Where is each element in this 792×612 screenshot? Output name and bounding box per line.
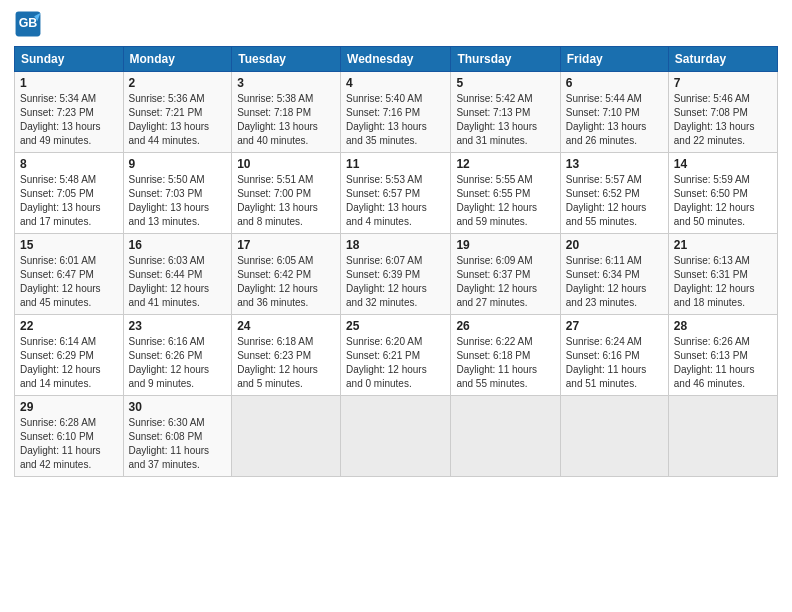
day-number: 20: [566, 238, 663, 252]
calendar-cell: [668, 396, 777, 477]
day-number: 12: [456, 157, 554, 171]
day-number: 10: [237, 157, 335, 171]
day-info: Sunrise: 6:01 AMSunset: 6:47 PMDaylight:…: [20, 254, 118, 310]
calendar-cell: 20Sunrise: 6:11 AMSunset: 6:34 PMDayligh…: [560, 234, 668, 315]
day-info: Sunrise: 5:36 AMSunset: 7:21 PMDaylight:…: [129, 92, 227, 148]
calendar-cell: 12Sunrise: 5:55 AMSunset: 6:55 PMDayligh…: [451, 153, 560, 234]
weekday-header-saturday: Saturday: [668, 47, 777, 72]
day-number: 17: [237, 238, 335, 252]
day-info: Sunrise: 5:38 AMSunset: 7:18 PMDaylight:…: [237, 92, 335, 148]
day-info: Sunrise: 5:34 AMSunset: 7:23 PMDaylight:…: [20, 92, 118, 148]
day-info: Sunrise: 5:50 AMSunset: 7:03 PMDaylight:…: [129, 173, 227, 229]
week-row-3: 15Sunrise: 6:01 AMSunset: 6:47 PMDayligh…: [15, 234, 778, 315]
day-info: Sunrise: 5:40 AMSunset: 7:16 PMDaylight:…: [346, 92, 445, 148]
day-number: 6: [566, 76, 663, 90]
day-info: Sunrise: 6:05 AMSunset: 6:42 PMDaylight:…: [237, 254, 335, 310]
calendar-cell: 7Sunrise: 5:46 AMSunset: 7:08 PMDaylight…: [668, 72, 777, 153]
day-info: Sunrise: 6:14 AMSunset: 6:29 PMDaylight:…: [20, 335, 118, 391]
logo: GB: [14, 10, 44, 38]
calendar-cell: 25Sunrise: 6:20 AMSunset: 6:21 PMDayligh…: [341, 315, 451, 396]
day-info: Sunrise: 6:07 AMSunset: 6:39 PMDaylight:…: [346, 254, 445, 310]
day-info: Sunrise: 5:51 AMSunset: 7:00 PMDaylight:…: [237, 173, 335, 229]
calendar-cell: 18Sunrise: 6:07 AMSunset: 6:39 PMDayligh…: [341, 234, 451, 315]
day-info: Sunrise: 5:48 AMSunset: 7:05 PMDaylight:…: [20, 173, 118, 229]
day-number: 7: [674, 76, 772, 90]
day-number: 5: [456, 76, 554, 90]
day-info: Sunrise: 6:18 AMSunset: 6:23 PMDaylight:…: [237, 335, 335, 391]
week-row-1: 1Sunrise: 5:34 AMSunset: 7:23 PMDaylight…: [15, 72, 778, 153]
svg-text:GB: GB: [19, 16, 38, 30]
calendar-cell: 17Sunrise: 6:05 AMSunset: 6:42 PMDayligh…: [232, 234, 341, 315]
header: GB: [14, 10, 778, 38]
day-number: 4: [346, 76, 445, 90]
calendar-cell: 8Sunrise: 5:48 AMSunset: 7:05 PMDaylight…: [15, 153, 124, 234]
calendar-cell: 24Sunrise: 6:18 AMSunset: 6:23 PMDayligh…: [232, 315, 341, 396]
calendar-cell: 23Sunrise: 6:16 AMSunset: 6:26 PMDayligh…: [123, 315, 232, 396]
day-number: 19: [456, 238, 554, 252]
day-info: Sunrise: 5:57 AMSunset: 6:52 PMDaylight:…: [566, 173, 663, 229]
calendar-cell: 6Sunrise: 5:44 AMSunset: 7:10 PMDaylight…: [560, 72, 668, 153]
day-info: Sunrise: 6:30 AMSunset: 6:08 PMDaylight:…: [129, 416, 227, 472]
week-row-2: 8Sunrise: 5:48 AMSunset: 7:05 PMDaylight…: [15, 153, 778, 234]
calendar-cell: 14Sunrise: 5:59 AMSunset: 6:50 PMDayligh…: [668, 153, 777, 234]
day-info: Sunrise: 6:09 AMSunset: 6:37 PMDaylight:…: [456, 254, 554, 310]
week-row-4: 22Sunrise: 6:14 AMSunset: 6:29 PMDayligh…: [15, 315, 778, 396]
day-info: Sunrise: 6:03 AMSunset: 6:44 PMDaylight:…: [129, 254, 227, 310]
calendar-table: SundayMondayTuesdayWednesdayThursdayFrid…: [14, 46, 778, 477]
calendar-cell: 27Sunrise: 6:24 AMSunset: 6:16 PMDayligh…: [560, 315, 668, 396]
calendar-cell: 11Sunrise: 5:53 AMSunset: 6:57 PMDayligh…: [341, 153, 451, 234]
day-number: 15: [20, 238, 118, 252]
day-number: 1: [20, 76, 118, 90]
calendar-cell: 9Sunrise: 5:50 AMSunset: 7:03 PMDaylight…: [123, 153, 232, 234]
day-number: 27: [566, 319, 663, 333]
day-number: 16: [129, 238, 227, 252]
calendar-cell: 15Sunrise: 6:01 AMSunset: 6:47 PMDayligh…: [15, 234, 124, 315]
day-info: Sunrise: 6:26 AMSunset: 6:13 PMDaylight:…: [674, 335, 772, 391]
day-info: Sunrise: 5:42 AMSunset: 7:13 PMDaylight:…: [456, 92, 554, 148]
day-info: Sunrise: 6:20 AMSunset: 6:21 PMDaylight:…: [346, 335, 445, 391]
day-info: Sunrise: 5:44 AMSunset: 7:10 PMDaylight:…: [566, 92, 663, 148]
day-number: 13: [566, 157, 663, 171]
weekday-header-tuesday: Tuesday: [232, 47, 341, 72]
page: GB SundayMondayTuesdayWednesdayThursdayF…: [0, 0, 792, 612]
day-number: 9: [129, 157, 227, 171]
day-info: Sunrise: 6:13 AMSunset: 6:31 PMDaylight:…: [674, 254, 772, 310]
weekday-header-thursday: Thursday: [451, 47, 560, 72]
calendar-cell: 19Sunrise: 6:09 AMSunset: 6:37 PMDayligh…: [451, 234, 560, 315]
day-info: Sunrise: 6:16 AMSunset: 6:26 PMDaylight:…: [129, 335, 227, 391]
calendar-cell: 1Sunrise: 5:34 AMSunset: 7:23 PMDaylight…: [15, 72, 124, 153]
day-info: Sunrise: 5:46 AMSunset: 7:08 PMDaylight:…: [674, 92, 772, 148]
day-number: 29: [20, 400, 118, 414]
calendar-cell: 29Sunrise: 6:28 AMSunset: 6:10 PMDayligh…: [15, 396, 124, 477]
day-number: 11: [346, 157, 445, 171]
calendar-cell: [560, 396, 668, 477]
weekday-header-monday: Monday: [123, 47, 232, 72]
calendar-cell: 28Sunrise: 6:26 AMSunset: 6:13 PMDayligh…: [668, 315, 777, 396]
calendar-cell: 2Sunrise: 5:36 AMSunset: 7:21 PMDaylight…: [123, 72, 232, 153]
calendar-cell: 22Sunrise: 6:14 AMSunset: 6:29 PMDayligh…: [15, 315, 124, 396]
logo-icon: GB: [14, 10, 42, 38]
day-number: 2: [129, 76, 227, 90]
day-number: 26: [456, 319, 554, 333]
day-info: Sunrise: 5:59 AMSunset: 6:50 PMDaylight:…: [674, 173, 772, 229]
day-number: 23: [129, 319, 227, 333]
weekday-header-sunday: Sunday: [15, 47, 124, 72]
weekday-header-row: SundayMondayTuesdayWednesdayThursdayFrid…: [15, 47, 778, 72]
day-number: 21: [674, 238, 772, 252]
calendar-cell: 3Sunrise: 5:38 AMSunset: 7:18 PMDaylight…: [232, 72, 341, 153]
calendar-cell: 13Sunrise: 5:57 AMSunset: 6:52 PMDayligh…: [560, 153, 668, 234]
calendar-cell: [451, 396, 560, 477]
weekday-header-friday: Friday: [560, 47, 668, 72]
day-number: 30: [129, 400, 227, 414]
day-info: Sunrise: 6:22 AMSunset: 6:18 PMDaylight:…: [456, 335, 554, 391]
calendar-cell: 16Sunrise: 6:03 AMSunset: 6:44 PMDayligh…: [123, 234, 232, 315]
day-number: 14: [674, 157, 772, 171]
day-number: 25: [346, 319, 445, 333]
day-info: Sunrise: 5:53 AMSunset: 6:57 PMDaylight:…: [346, 173, 445, 229]
day-number: 22: [20, 319, 118, 333]
calendar-cell: 30Sunrise: 6:30 AMSunset: 6:08 PMDayligh…: [123, 396, 232, 477]
day-info: Sunrise: 6:11 AMSunset: 6:34 PMDaylight:…: [566, 254, 663, 310]
day-info: Sunrise: 6:28 AMSunset: 6:10 PMDaylight:…: [20, 416, 118, 472]
calendar-cell: [232, 396, 341, 477]
day-number: 24: [237, 319, 335, 333]
